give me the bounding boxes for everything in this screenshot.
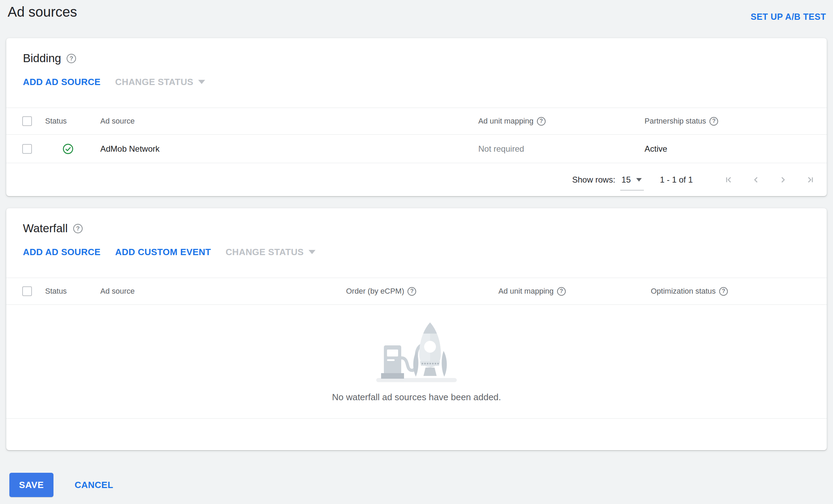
waterfall-add-ad-source-button[interactable]: ADD AD SOURCE [23,247,101,258]
bidding-add-ad-source-button[interactable]: ADD AD SOURCE [23,77,101,87]
bidding-col-status: Status [45,117,100,126]
waterfall-table: Status Ad source Order (by eCPM) ? Ad un… [6,278,827,451]
bidding-help-icon[interactable]: ? [67,54,76,63]
ad-unit-mapping-help-icon[interactable]: ? [537,117,546,126]
waterfall-col-ad-source: Ad source [100,287,346,296]
waterfall-empty-state: No waterfall ad sources have been added. [6,305,827,419]
show-rows-label: Show rows: [572,175,615,185]
set-up-ab-test-link[interactable]: SET UP A/B TEST [751,12,826,22]
bidding-col-ad-unit-mapping: Ad unit mapping ? [478,117,645,126]
waterfall-table-header: Status Ad source Order (by eCPM) ? Ad un… [6,278,827,305]
bidding-table: Status Ad source Ad unit mapping ? Partn… [6,108,827,196]
bidding-section-title: Bidding ? [23,51,810,66]
waterfall-col-optimization-status: Optimization status ? [651,287,827,296]
footer-bar: SAVE CANCEL [0,473,833,497]
previous-page-button[interactable] [748,171,764,188]
bidding-change-status-button[interactable]: CHANGE STATUS [115,77,205,87]
top-bar: Ad sources SET UP A/B TEST [0,0,833,22]
partnership-status-help-icon[interactable]: ? [709,117,718,126]
bidding-change-status-label: CHANGE STATUS [115,77,193,87]
waterfall-section-title: Waterfall ? [23,221,810,236]
bidding-pagination: Show rows: 15 1 - 1 of 1 [6,163,827,196]
first-page-button[interactable] [721,171,737,188]
waterfall-col-status: Status [45,287,100,296]
next-page-button[interactable] [775,171,791,188]
waterfall-col-order-label: Order (by eCPM) [346,287,404,296]
bidding-select-all-checkbox[interactable] [22,116,32,126]
row-status-cell [45,143,100,154]
bidding-table-header: Status Ad source Ad unit mapping ? Partn… [6,108,827,135]
cancel-button[interactable]: CANCEL [75,480,113,490]
chevron-down-icon [309,250,315,254]
bidding-card: Bidding ? ADD AD SOURCE CHANGE STATUS St… [6,38,827,196]
waterfall-add-custom-event-button[interactable]: ADD CUSTOM EVENT [115,247,211,258]
waterfall-footer-space [6,419,827,451]
chevron-left-icon [751,175,761,185]
active-check-icon [62,143,74,154]
waterfall-title-text: Waterfall [23,221,68,236]
waterfall-change-status-label: CHANGE STATUS [226,247,304,258]
waterfall-help-icon[interactable]: ? [73,224,83,233]
waterfall-col-ad-unit-mapping-label: Ad unit mapping [498,287,554,296]
waterfall-change-status-button[interactable]: CHANGE STATUS [226,247,315,258]
bidding-col-partnership-status-label: Partnership status [645,117,706,126]
table-row: AdMob Network Not required Active [6,135,827,163]
chevron-down-icon [198,80,205,84]
row-ad-source: AdMob Network [100,144,478,154]
waterfall-col-optimization-status-label: Optimization status [651,287,716,296]
ad-unit-mapping-help-icon[interactable]: ? [557,287,566,296]
row-ad-unit-mapping: Not required [478,144,645,154]
bidding-title-text: Bidding [23,51,61,66]
page-title: Ad sources [8,3,77,21]
last-page-button[interactable] [802,171,818,188]
rows-per-page-value: 15 [622,175,631,185]
chevron-right-icon [778,175,788,185]
bidding-actions: ADD AD SOURCE CHANGE STATUS [23,75,810,89]
waterfall-col-order: Order (by eCPM) ? [346,287,498,296]
bidding-col-ad-unit-mapping-label: Ad unit mapping [478,117,533,126]
row-partnership-status: Active [645,144,827,154]
waterfall-card: Waterfall ? ADD AD SOURCE ADD CUSTOM EVE… [6,208,827,450]
chevron-down-icon [636,178,642,182]
waterfall-select-all-checkbox[interactable] [22,286,32,296]
bidding-col-partnership-status: Partnership status ? [645,117,827,126]
first-page-icon [724,175,734,185]
admob-network-row-checkbox[interactable] [22,144,32,154]
pagination-range: 1 - 1 of 1 [660,175,693,185]
optimization-status-help-icon[interactable]: ? [719,287,728,296]
waterfall-col-ad-unit-mapping: Ad unit mapping ? [498,287,651,296]
bidding-col-ad-source: Ad source [100,117,478,126]
rows-per-page-select[interactable]: 15 [622,175,642,185]
waterfall-empty-message: No waterfall ad sources have been added. [332,392,501,403]
pager-icons [721,171,818,188]
rocket-fueling-illustration [376,320,457,382]
last-page-icon [805,175,815,185]
save-button[interactable]: SAVE [9,473,53,497]
order-by-ecpm-help-icon[interactable]: ? [407,287,416,296]
waterfall-actions: ADD AD SOURCE ADD CUSTOM EVENT CHANGE ST… [23,245,810,259]
